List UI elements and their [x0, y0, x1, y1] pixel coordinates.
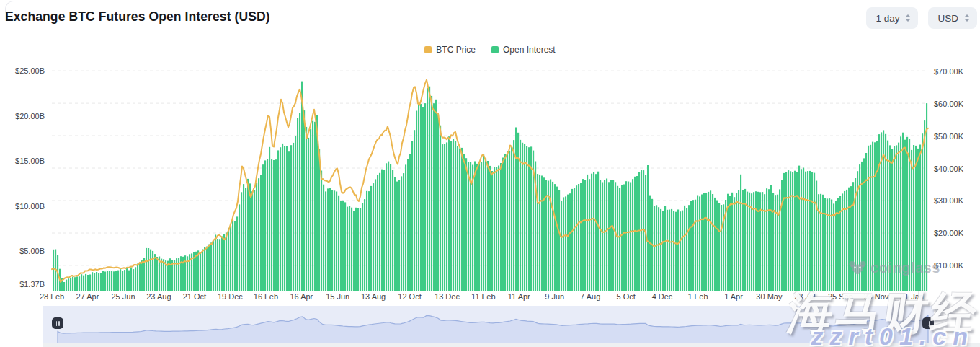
x-tick-label: 21 Jan [890, 292, 933, 301]
navigator[interactable] [43, 306, 980, 347]
right-axis-tick-label: $20.00K [934, 229, 963, 237]
left-axis-tick-label: $1.37B [0, 280, 45, 289]
right-axis-tick-label: $60.00K [934, 100, 963, 108]
chart-panel: Exchange BTC Futures Open Interest (USD)… [0, 0, 980, 347]
x-tick-label: 12 Oct [388, 292, 432, 301]
right-axis-tick-label: $40.00K [934, 164, 963, 173]
right-axis-tick-label: $70.00K [934, 67, 963, 76]
navigator-right-handle[interactable] [922, 317, 934, 329]
right-axis-tick-label: $10.00K [934, 261, 963, 270]
navigator-left-handle[interactable] [52, 317, 63, 329]
left-axis-tick-label: $10.00B [0, 202, 45, 211]
left-axis-tick-label: $20.00B [0, 112, 45, 120]
left-axis-tick-label: $25.00B [0, 66, 45, 75]
left-axis-tick-label: $15.00B [0, 157, 45, 165]
right-axis-tick-label: $50.00K [934, 132, 963, 141]
open-interest-bars [53, 82, 927, 291]
right-axis-tick-label: $30.00K [934, 196, 963, 205]
left-axis-tick-label: $5.00B [0, 247, 45, 255]
